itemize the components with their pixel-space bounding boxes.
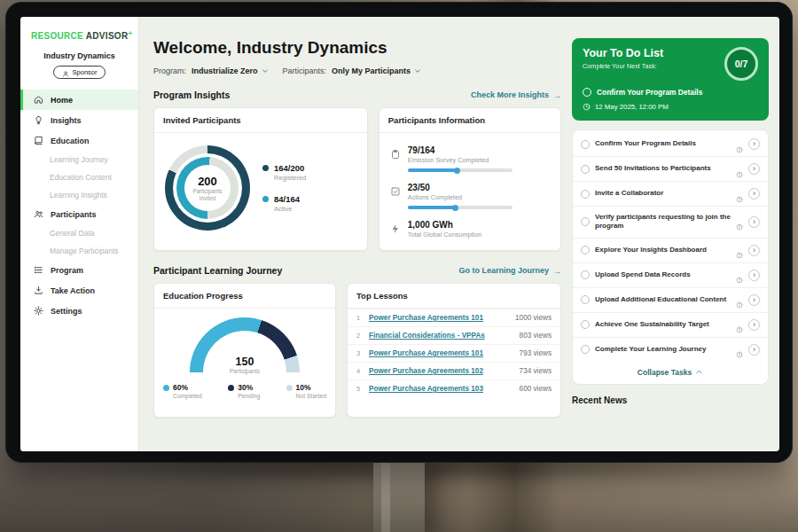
dashboard-column: Welcome, Industry Dynamics Program: Indu… <box>153 17 561 451</box>
progress-track <box>408 168 512 172</box>
sidebar-item-participants[interactable]: Participants <box>20 204 138 224</box>
checkbox-circle-icon[interactable] <box>581 140 590 149</box>
task-row[interactable]: Upload Spend Data Records › <box>573 263 768 288</box>
people-icon <box>34 209 43 219</box>
go-to-learning-journey-link[interactable]: Go to Learning Journey → <box>458 266 561 276</box>
clock-icon <box>583 103 591 111</box>
brand-primary: RESOURCE <box>31 31 83 41</box>
checkbox-circle-icon[interactable] <box>581 190 590 199</box>
lesson-link[interactable]: Power Purchase Agreements 103 <box>369 385 513 393</box>
app-logo: RESOURCE ADVISOR+ <box>20 27 138 44</box>
sidebar-item-label: Take Action <box>51 286 95 295</box>
program-filter-label: Program: <box>153 66 186 75</box>
lesson-rank: 2 <box>356 332 363 340</box>
sidebar-item-education-content[interactable]: Education Content <box>20 168 138 186</box>
gear-icon <box>34 306 43 316</box>
info-icon <box>736 321 743 328</box>
sidebar-item-education[interactable]: Education <box>20 130 138 151</box>
chevron-right-icon[interactable]: › <box>748 319 760 331</box>
legend-item: 30% Pending <box>228 383 260 399</box>
legend-label: Registered <box>274 174 306 182</box>
lesson-row: 1 Power Purchase Agreements 101 1000 vie… <box>348 309 560 326</box>
chevron-right-icon[interactable]: › <box>748 270 760 281</box>
recent-news-heading: Recent News <box>572 395 769 405</box>
checkbox-circle-icon[interactable] <box>581 345 590 354</box>
sidebar: RESOURCE ADVISOR+ Industry Dynamics Spon… <box>20 17 139 451</box>
chevron-right-icon[interactable]: › <box>748 188 760 200</box>
collapse-tasks-link[interactable]: Collapse Tasks <box>573 362 768 382</box>
next-task-due: 12 May 2025, 12:00 PM <box>583 103 758 111</box>
chevron-down-icon <box>414 67 421 74</box>
chevron-right-icon[interactable]: › <box>748 344 760 356</box>
task-row[interactable]: Send 50 Invitations to Participants › <box>573 157 768 182</box>
chevron-right-icon[interactable]: › <box>748 216 760 228</box>
task-row[interactable]: Complete Your Learning Journey › <box>573 338 768 362</box>
chevron-up-icon <box>695 368 703 376</box>
info-row: 23/50 Actions Completed <box>390 177 550 215</box>
legend-dot-completed <box>163 385 169 391</box>
invited-participants-card: Invited Participants 200 Participants In… <box>153 107 368 251</box>
gauge-center: 150 Participants <box>190 356 300 374</box>
sidebar-item-general-data[interactable]: General Data <box>20 224 138 242</box>
sidebar-item-learning-insights[interactable]: Learning Insights <box>20 186 138 204</box>
progress-track <box>408 206 512 209</box>
next-task-row[interactable]: Confirm Your Program Details <box>583 88 758 97</box>
checkbox-circle-icon[interactable] <box>583 88 591 97</box>
check-more-insights-link[interactable]: Check More Insights → <box>471 90 561 100</box>
lesson-row: 5 Power Purchase Agreements 103 600 view… <box>348 379 560 397</box>
arrow-right-icon: → <box>552 266 561 276</box>
download-icon <box>34 286 43 295</box>
checkbox-circle-icon[interactable] <box>581 217 590 226</box>
sidebar-item-settings[interactable]: Settings <box>20 301 138 321</box>
checkbox-circle-icon[interactable] <box>581 295 590 304</box>
chevron-right-icon[interactable]: › <box>748 245 760 256</box>
filters-row: Program: Industrialize Zero Participants… <box>153 66 561 75</box>
invited-donut-chart: 200 Participants Invited <box>165 145 250 231</box>
task-row[interactable]: Explore Your Insights Dashboard › <box>573 239 768 263</box>
sidebar-item-learning-journey[interactable]: Learning Journey <box>20 151 138 168</box>
brand-plus: + <box>128 29 132 37</box>
task-row[interactable]: Upload Additional Educational Content › <box>573 288 768 313</box>
checklist-icon <box>390 184 401 195</box>
dashboard-screen: RESOURCE ADVISOR+ Industry Dynamics Spon… <box>20 17 779 451</box>
sidebar-item-take-action[interactable]: Take Action <box>20 280 138 301</box>
card-title: Education Progress <box>154 284 335 309</box>
participants-select[interactable]: Only My Participants <box>332 66 421 75</box>
sidebar-item-program[interactable]: Program <box>20 260 138 280</box>
task-row[interactable]: Invite a Collaborator › <box>573 182 768 207</box>
chevron-right-icon[interactable]: › <box>748 294 760 306</box>
task-label: Achieve One Sustainability Target <box>595 320 731 329</box>
legend-label: Active <box>274 205 300 213</box>
lesson-views: 1000 views <box>515 314 552 322</box>
chevron-right-icon[interactable]: › <box>748 138 760 150</box>
legend-value: 10% <box>296 383 326 392</box>
sidebar-item-home[interactable]: Home <box>20 90 138 110</box>
lesson-views: 793 views <box>520 349 552 357</box>
next-task-label: Confirm Your Program Details <box>597 88 702 97</box>
due-text: 12 May 2025, 12:00 PM <box>595 103 669 111</box>
info-label: Total Global Consumption <box>408 231 482 239</box>
task-row[interactable]: Verify participants requesting to join t… <box>573 207 768 239</box>
legend-item: 10% Not Started <box>286 383 326 399</box>
monitor-stand <box>373 456 425 532</box>
sidebar-item-label: Insights <box>51 116 82 125</box>
lesson-link[interactable]: Power Purchase Agreements 101 <box>369 349 513 357</box>
lesson-link[interactable]: Power Purchase Agreements 101 <box>369 314 509 322</box>
info-row: 79/164 Emission Survey Completed <box>390 140 550 177</box>
checkbox-circle-icon[interactable] <box>581 246 590 254</box>
arrow-right-icon: → <box>552 90 561 100</box>
lesson-link[interactable]: Financial Considerations - VPPAs <box>369 332 513 340</box>
checkbox-circle-icon[interactable] <box>581 270 590 279</box>
sponsor-badge[interactable]: Sponsor <box>53 66 106 79</box>
checkbox-circle-icon[interactable] <box>581 165 590 174</box>
lesson-link[interactable]: Power Purchase Agreements 102 <box>369 367 513 375</box>
chevron-right-icon[interactable]: › <box>748 163 760 175</box>
program-select[interactable]: Industrialize Zero <box>192 66 269 75</box>
task-row[interactable]: Achieve One Sustainability Target › <box>573 313 768 338</box>
sidebar-item-insights[interactable]: Insights <box>20 110 138 130</box>
actions-progress-fill <box>408 206 456 209</box>
sidebar-item-manage-participants[interactable]: Manage Participants <box>20 242 138 260</box>
book-icon <box>34 136 43 145</box>
checkbox-circle-icon[interactable] <box>581 320 590 329</box>
task-row[interactable]: Confirm Your Program Details › <box>573 132 768 157</box>
